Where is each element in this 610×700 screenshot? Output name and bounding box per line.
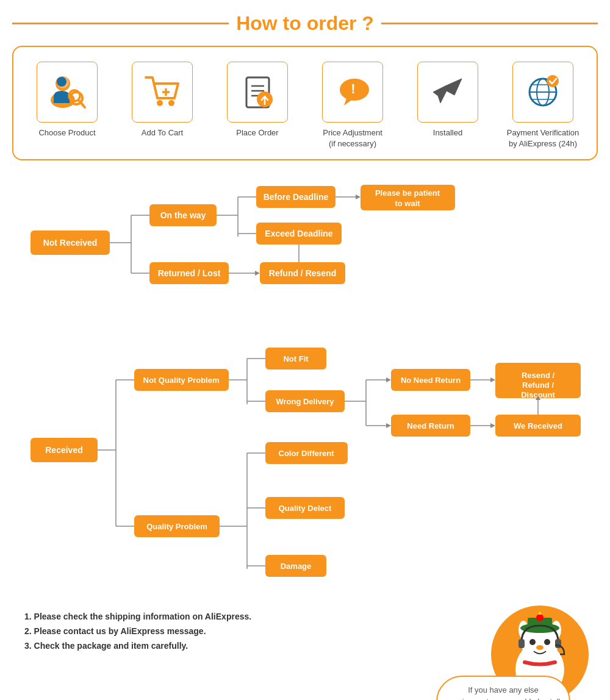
step-icon-price-adjustment: ! (322, 62, 383, 123)
globe-icon (523, 73, 563, 112)
step-icon-payment-verification (512, 62, 573, 123)
step-icon-place-order (227, 62, 288, 123)
svg-text:Resend /: Resend / (522, 371, 555, 380)
step-icon-installed (417, 62, 478, 123)
svg-marker-92 (490, 377, 495, 382)
flowchart-not-received: Not Received On the way Before Deadline … (18, 179, 604, 307)
step-add-to-cart: Add To Cart (120, 62, 205, 138)
page-title: How to order ? (229, 12, 381, 35)
notes-section: 1. Please check the shipping information… (12, 605, 427, 662)
svg-marker-40 (356, 195, 361, 199)
document-icon (238, 73, 278, 112)
step-installed: Installed (405, 62, 490, 138)
header-line-left (12, 23, 229, 24)
contact-box: If you have any else requirements, you c… (427, 605, 598, 700)
steps-box: Choose Product Add To Cart (12, 46, 598, 160)
svg-rect-118 (518, 639, 525, 648)
svg-marker-98 (386, 423, 391, 428)
svg-text:No Need Return: No Need Return (401, 376, 461, 385)
svg-text:On the way: On the way (160, 210, 206, 220)
step-label-choose-product: Choose Product (38, 127, 95, 138)
svg-text:Not Fit: Not Fit (283, 354, 309, 363)
svg-text:Received: Received (45, 445, 82, 455)
step-label-payment-verification: Payment Verificationby AliExpress (24h) (507, 127, 580, 149)
svg-marker-117 (538, 611, 542, 615)
svg-text:Not Quality Problem: Not Quality Problem (143, 376, 220, 385)
svg-text:Damage: Damage (281, 562, 312, 571)
step-price-adjustment: ! Price Adjustment(if necessary) (310, 62, 395, 149)
header-line-right (381, 23, 598, 24)
note-1: 1. Please check the shipping information… (24, 612, 415, 621)
svg-point-113 (536, 645, 544, 650)
note-2: 2. Please contact us by AliExpress messa… (24, 626, 415, 636)
svg-point-5 (57, 77, 66, 87)
svg-text:Before Deadline: Before Deadline (264, 192, 329, 202)
svg-text:Wrong Delivery: Wrong Delivery (276, 397, 334, 406)
title-prefix: How to (236, 12, 307, 34)
svg-text:to wait: to wait (395, 199, 420, 208)
flowchart-received: Received Not Quality Problem Not Fit Wro… (18, 319, 604, 593)
person-search-icon (48, 73, 87, 112)
step-label-add-to-cart: Add To Cart (142, 127, 183, 138)
chat-exclamation-icon: ! (333, 73, 373, 112)
svg-text:Quality Delect: Quality Delect (279, 504, 332, 513)
step-label-place-order: Place Order (236, 127, 278, 138)
bottom-section: 1. Please check the shipping information… (12, 605, 598, 700)
step-choose-product: Choose Product (24, 62, 110, 138)
step-payment-verification: Payment Verificationby AliExpress (24h) (500, 62, 586, 149)
svg-text:!: ! (351, 81, 355, 96)
title-highlight: order ? (307, 12, 374, 34)
svg-point-116 (536, 614, 544, 621)
svg-text:Refund / Resend: Refund / Resend (269, 268, 336, 278)
svg-marker-19 (344, 98, 353, 105)
svg-text:Color Different: Color Different (279, 449, 335, 458)
step-label-installed: Installed (433, 127, 462, 138)
svg-text:Refund /: Refund / (522, 380, 554, 390)
cart-icon (143, 73, 182, 112)
svg-point-26 (547, 75, 559, 87)
svg-text:Quality Problem: Quality Problem (146, 522, 207, 531)
note-3: 3. Check the package and item carefully. (24, 641, 415, 651)
svg-point-111 (529, 639, 536, 645)
svg-point-9 (168, 100, 174, 106)
svg-point-8 (157, 100, 163, 106)
step-icon-add-to-cart (132, 62, 193, 123)
contact-text: If you have any else requirements, you c… (443, 684, 563, 700)
step-icon-choose-product (37, 62, 98, 123)
svg-text:Returned / Lost: Returned / Lost (158, 268, 221, 278)
svg-text:Need Return: Need Return (407, 421, 454, 430)
svg-point-112 (544, 639, 550, 645)
svg-marker-102 (490, 423, 495, 428)
step-label-price-adjustment: Price Adjustment(if necessary) (323, 127, 382, 149)
step-place-order: Place Order (215, 62, 300, 138)
svg-text:Exceed Deadline: Exceed Deadline (265, 229, 332, 238)
svg-text:Please be patient: Please be patient (375, 188, 440, 198)
svg-text:Not Received: Not Received (43, 238, 98, 248)
svg-marker-88 (386, 377, 391, 382)
svg-marker-53 (255, 271, 260, 276)
page-header: How to order ? (12, 12, 598, 35)
plane-icon (428, 73, 468, 112)
svg-text:We Received: We Received (514, 421, 562, 430)
